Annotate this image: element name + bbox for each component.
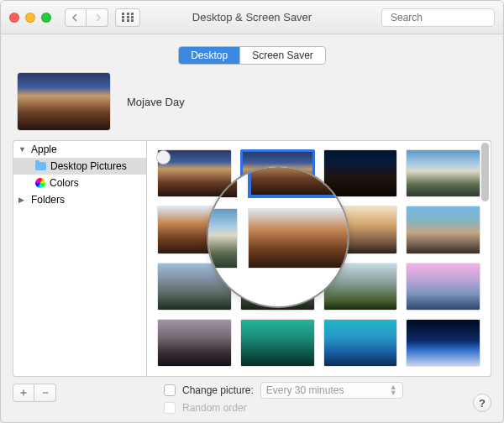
sidebar-item-apple[interactable]: ▼ Apple bbox=[13, 141, 146, 158]
window-controls bbox=[9, 13, 51, 23]
wallpaper-thumb-yosemite-5[interactable] bbox=[157, 319, 232, 367]
wallpaper-thumb-yosemite-3[interactable] bbox=[323, 263, 398, 311]
wallpaper-thumb-sierra[interactable] bbox=[157, 206, 232, 253]
wallpaper-thumb-wave-blue[interactable] bbox=[323, 319, 398, 367]
content-area: Mojave Day ▼ Apple Desktop Pictures Colo… bbox=[1, 73, 503, 422]
sidebar-item-colors[interactable]: Colors bbox=[13, 175, 146, 191]
wallpaper-thumb-earth[interactable] bbox=[406, 319, 480, 367]
wallpaper-thumb-high-sierra[interactable] bbox=[406, 149, 480, 197]
scrollbar-track[interactable] bbox=[481, 143, 489, 374]
minimize-window-button[interactable] bbox=[25, 13, 35, 23]
disclosure-right-icon: ▶ bbox=[18, 196, 27, 204]
tab-bar: Desktop Screen Saver bbox=[1, 34, 503, 73]
forward-button[interactable] bbox=[87, 8, 108, 27]
interval-select[interactable]: Every 30 minutes ▲▼ bbox=[260, 382, 403, 399]
wallpaper-thumb-el-capitan-2[interactable] bbox=[406, 206, 480, 253]
sidebar-label: Colors bbox=[50, 177, 79, 189]
help-button[interactable]: ? bbox=[473, 394, 491, 412]
dynamic-badge-icon bbox=[156, 150, 171, 164]
wallpaper-thumb-yosemite-4[interactable] bbox=[406, 263, 480, 311]
sidebar-label: Folders bbox=[31, 194, 65, 206]
random-order-checkbox bbox=[164, 402, 176, 414]
wallpaper-grid-container bbox=[147, 140, 491, 377]
stepper-icon: ▲▼ bbox=[390, 384, 397, 396]
close-window-button[interactable] bbox=[9, 13, 19, 23]
scrollbar-thumb[interactable] bbox=[481, 143, 489, 201]
change-picture-checkbox[interactable] bbox=[164, 384, 176, 396]
tab-screen-saver[interactable]: Screen Saver bbox=[239, 47, 325, 64]
wallpaper-thumb-mojave-day[interactable] bbox=[240, 149, 315, 197]
wallpaper-preview bbox=[18, 73, 110, 130]
interval-selected-value: Every 30 minutes bbox=[266, 384, 344, 396]
sidebar-label: Desktop Pictures bbox=[50, 160, 127, 172]
wallpaper-thumb-el-capitan[interactable] bbox=[323, 206, 398, 253]
titlebar: Desktop & Screen Saver bbox=[1, 1, 503, 34]
wallpaper-thumb-yosemite-2[interactable] bbox=[240, 263, 315, 311]
source-sidebar: ▼ Apple Desktop Pictures Colors ▶ Folder… bbox=[13, 140, 147, 377]
wallpaper-header: Mojave Day bbox=[13, 73, 491, 140]
sidebar-label: Apple bbox=[31, 144, 57, 155]
folder-icon bbox=[35, 162, 46, 170]
tab-desktop[interactable]: Desktop bbox=[179, 47, 239, 64]
back-button[interactable] bbox=[65, 8, 87, 27]
window-title: Desktop & Screen Saver bbox=[192, 11, 312, 24]
random-order-label: Random order bbox=[182, 402, 247, 414]
wallpaper-thumb-yosemite[interactable] bbox=[157, 263, 232, 311]
change-picture-label: Change picture: bbox=[182, 384, 254, 396]
segmented-control: Desktop Screen Saver bbox=[178, 46, 326, 65]
sidebar-item-folders[interactable]: ▶ Folders bbox=[13, 191, 146, 208]
nav-buttons bbox=[65, 8, 108, 27]
disclosure-down-icon: ▼ bbox=[18, 145, 27, 154]
change-picture-row: Change picture: Every 30 minutes ▲▼ bbox=[13, 382, 491, 399]
search-input[interactable] bbox=[391, 12, 504, 24]
random-order-row: Random order bbox=[13, 402, 491, 414]
wallpaper-thumb-mavericks-wave[interactable] bbox=[240, 319, 315, 367]
show-all-button[interactable] bbox=[115, 8, 140, 27]
wallpaper-thumb-sierra-2[interactable] bbox=[240, 206, 315, 253]
grid-icon bbox=[122, 13, 134, 22]
zoom-window-button[interactable] bbox=[41, 13, 51, 23]
color-wheel-icon bbox=[35, 178, 45, 188]
wallpaper-thumb-mojave-night[interactable] bbox=[323, 149, 398, 197]
search-field[interactable] bbox=[381, 8, 495, 27]
prefs-window: Desktop & Screen Saver Desktop Screen Sa… bbox=[0, 0, 504, 423]
split-view: ▼ Apple Desktop Pictures Colors ▶ Folder… bbox=[13, 140, 491, 377]
sidebar-item-desktop-pictures[interactable]: Desktop Pictures bbox=[13, 158, 146, 175]
wallpaper-grid bbox=[147, 141, 491, 375]
wallpaper-name: Mojave Day bbox=[127, 96, 185, 108]
